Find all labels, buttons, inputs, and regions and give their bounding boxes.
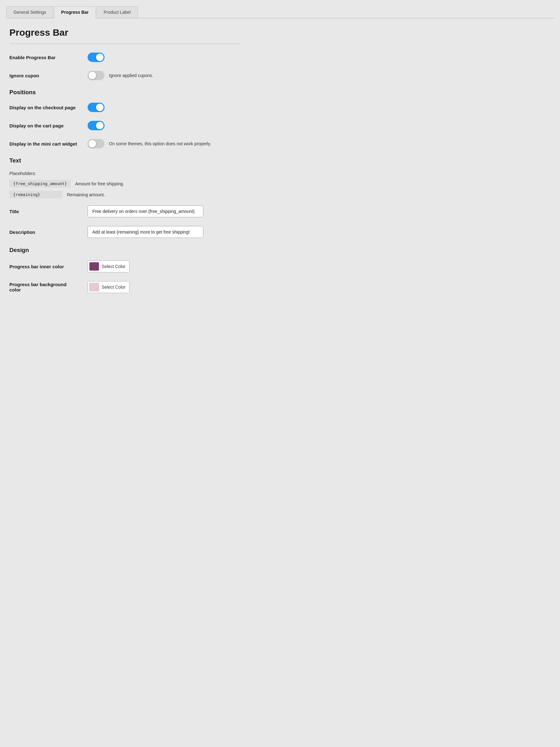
design-section-title: Design: [9, 247, 241, 254]
ignore-coupon-control: Ignore applied cupons.: [88, 71, 153, 80]
inner-color-swatch: [89, 262, 99, 271]
enable-progress-bar-toggle[interactable]: [88, 53, 105, 62]
placeholder-row-1: {remaining} Remaining amount.: [9, 191, 241, 199]
toggle-track-checkout: [88, 103, 105, 112]
ignore-coupon-row: Ignore cupon Ignore applied cupons.: [9, 71, 241, 80]
description-input[interactable]: [88, 226, 203, 238]
tab-progress-bar[interactable]: Progress Bar: [54, 6, 96, 19]
placeholder-desc-1: Remaining amount.: [67, 192, 105, 197]
toggle-thumb-mini-cart: [88, 140, 96, 148]
bg-color-button-label: Select Color: [102, 285, 126, 290]
enable-progress-bar-row: Enable Progress Bar: [9, 53, 241, 62]
title-control: [88, 205, 203, 217]
placeholder-row-0: {free_shipping_amount} Amount for free s…: [9, 180, 241, 187]
title-label: Title: [9, 209, 78, 214]
tab-product-label[interactable]: Product Label: [96, 6, 138, 18]
toggle-track-ignore: [88, 71, 105, 80]
bg-color-label: Progress bar background color: [9, 282, 78, 292]
inner-color-row: Progress bar inner color Select Color: [9, 260, 241, 273]
mini-cart-toggle[interactable]: [88, 139, 105, 148]
toggle-track-cart: [88, 121, 105, 130]
page-content: Progress Bar Enable Progress Bar Ignore …: [6, 19, 244, 314]
toggle-thumb-checkout: [96, 104, 104, 111]
title-row: Title: [9, 205, 241, 217]
checkout-toggle[interactable]: [88, 103, 105, 112]
toggle-track-mini-cart: [88, 139, 105, 148]
tab-bar: General Settings Progress Bar Product La…: [6, 6, 554, 19]
enable-progress-bar-label: Enable Progress Bar: [9, 55, 78, 60]
inner-color-label: Progress bar inner color: [9, 264, 78, 269]
checkout-label: Display on the checkout page: [9, 105, 78, 110]
mini-cart-label: Display in the mini cart widget: [9, 141, 78, 147]
toggle-track-enable: [88, 53, 105, 62]
title-divider: [9, 44, 241, 44]
inner-color-control: Select Color: [88, 260, 130, 273]
description-control: [88, 226, 203, 238]
positions-section-title: Positions: [9, 89, 241, 96]
cart-toggle[interactable]: [88, 121, 105, 130]
cart-row: Display on the cart page: [9, 121, 241, 130]
cart-control: [88, 121, 105, 130]
toggle-thumb-ignore: [88, 72, 96, 79]
bg-color-button[interactable]: Select Color: [88, 281, 130, 293]
text-section-title: Text: [9, 157, 241, 164]
page-title: Progress Bar: [9, 27, 241, 38]
title-input[interactable]: [88, 205, 203, 217]
enable-progress-bar-control: [88, 53, 105, 62]
toggle-thumb-enable: [96, 54, 104, 61]
description-label: Description: [9, 230, 78, 235]
inner-color-button-label: Select Color: [102, 264, 126, 269]
placeholder-badge-1: {remaining}: [9, 191, 62, 199]
mini-cart-row: Display in the mini cart widget On some …: [9, 139, 241, 148]
mini-cart-control: On some themes, this option does not wor…: [88, 139, 211, 148]
cart-label: Display on the cart page: [9, 123, 78, 128]
checkout-control: [88, 103, 105, 112]
mini-cart-hint: On some themes, this option does not wor…: [109, 141, 211, 146]
placeholder-desc-0: Amount for free shipping.: [75, 181, 124, 186]
ignore-coupon-toggle[interactable]: [88, 71, 105, 80]
placeholders-label: Placeholders:: [9, 171, 241, 176]
description-row: Description: [9, 226, 241, 238]
checkout-row: Display on the checkout page: [9, 103, 241, 112]
inner-color-button[interactable]: Select Color: [88, 260, 130, 273]
ignore-coupon-label: Ignore cupon: [9, 73, 78, 78]
tab-general-settings[interactable]: General Settings: [6, 6, 53, 18]
bg-color-control: Select Color: [88, 281, 130, 293]
bg-color-row: Progress bar background color Select Col…: [9, 281, 241, 293]
placeholder-badge-0: {free_shipping_amount}: [9, 180, 71, 187]
bg-color-swatch: [89, 283, 99, 291]
toggle-thumb-cart: [96, 122, 104, 129]
ignore-coupon-hint: Ignore applied cupons.: [109, 73, 153, 78]
